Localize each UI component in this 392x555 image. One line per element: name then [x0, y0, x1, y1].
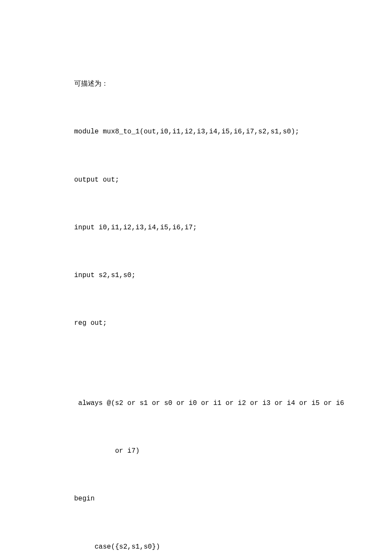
code-line: always @(s2 or s1 or s0 or i0 or i1 or i…	[74, 396, 318, 411]
document-page: 可描述为： module mux8_to_1(out,i0,i1,i2,i3,i…	[0, 0, 392, 555]
code-line: output out;	[74, 172, 318, 188]
code-line: or i7)	[74, 443, 318, 459]
code-line: reg out;	[74, 315, 318, 331]
code-line: case({s2,s1,s0})	[74, 539, 318, 555]
code-line: input s2,s1,s0;	[74, 268, 318, 283]
code-line: 可描述为：	[74, 76, 318, 92]
code-line: input i0,i1,i2,i3,i4,i5,i6,i7;	[74, 220, 318, 236]
code-line: begin	[74, 491, 318, 507]
code-line: module mux8_to_1(out,i0,i1,i2,i3,i4,i5,i…	[74, 124, 318, 140]
